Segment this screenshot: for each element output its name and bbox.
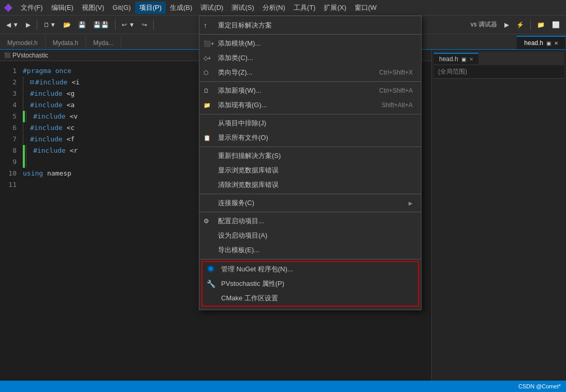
new-file-btn[interactable]: 🗋▼: [40, 20, 59, 30]
open-btn[interactable]: 📂: [60, 20, 74, 30]
retarget-icon: ↑: [204, 21, 207, 30]
attach-btn[interactable]: ⚡: [513, 20, 527, 30]
tab-myda[interactable]: Myda...: [86, 36, 121, 49]
configure-label: 配置启动项目...: [218, 216, 264, 226]
menu-add-module[interactable]: ⬛+ 添加模块(M)...: [199, 36, 421, 51]
add-module-label: 添加模块(M)...: [218, 39, 260, 48]
save-btn[interactable]: 💾: [75, 20, 89, 30]
tab-mymodel[interactable]: Mymodel.h: [0, 36, 46, 49]
save-all-btn[interactable]: 💾💾: [90, 20, 112, 30]
add-existing-label: 添加现有项(G)...: [218, 100, 267, 110]
menu-debug[interactable]: 调试(D): [196, 2, 227, 14]
add-new-label: 添加新项(W)...: [218, 86, 262, 95]
menu-test[interactable]: 测试(S): [227, 2, 258, 14]
menu-rescan[interactable]: 重新扫描解决方案(S): [199, 149, 421, 163]
cmake-label: CMake 工作区设置: [221, 294, 278, 303]
line-numbers: 1 2 3 4 5 6 7 8 9 10 11: [0, 61, 21, 381]
show-all-label: 显示所有文件(O): [218, 133, 268, 142]
tab-head-pin: ▣: [546, 40, 551, 46]
menu-bar: 文件(F) 编辑(E) 视图(V) Git(G) 项目(P) 生成(B) 调试(…: [0, 0, 566, 16]
menu-edit[interactable]: 编辑(E): [47, 2, 78, 14]
menu-view[interactable]: 视图(V): [78, 2, 108, 14]
menu-tools[interactable]: 工具(T): [289, 2, 320, 14]
rescan-label: 重新扫描解决方案(S): [218, 151, 281, 161]
menu-add-class[interactable]: ◇+ 添加类(C)...: [199, 51, 421, 65]
menu-add-new-item[interactable]: 🗋 添加新项(W)... Ctrl+Shift+A: [199, 83, 421, 98]
menu-window[interactable]: 窗口(W: [351, 2, 381, 14]
right-panel: head.h ▣ ✕ (全局范围): [431, 50, 566, 381]
menu-properties[interactable]: 🔧 PVstochastic 属性(P): [202, 277, 418, 291]
menu-class-wizard[interactable]: ⬡ 类向导(Z)... Ctrl+Shift+X: [199, 65, 421, 80]
add-new-icon: 🗋: [204, 88, 209, 94]
menu-clear-errors[interactable]: 清除浏览数据库错误: [199, 178, 421, 192]
menu-file[interactable]: 文件(F): [17, 2, 47, 14]
menu-cmake[interactable]: CMake 工作区设置: [202, 291, 418, 306]
project-icon: ⬛: [4, 52, 10, 58]
menu-build[interactable]: 生成(B): [166, 2, 196, 14]
configure-icon: ⚙: [204, 217, 209, 225]
redo-btn[interactable]: ↪: [139, 20, 150, 30]
connect-services-label: 连接服务(C): [218, 198, 254, 208]
menu-add-existing[interactable]: 📁 添加现有项(G)... Shift+Alt+A: [199, 98, 421, 112]
menu-analyze[interactable]: 分析(N): [258, 2, 289, 14]
class-wizard-shortcut: Ctrl+Shift+X: [379, 69, 413, 76]
tab-head-label: head.h: [524, 39, 543, 47]
back-btn[interactable]: ◀ ▼: [3, 20, 22, 30]
show-all-icon: 📋: [204, 135, 211, 141]
forward-btn[interactable]: ▶: [23, 20, 34, 30]
menu-exclude[interactable]: 从项目中排除(J): [199, 116, 421, 130]
toolbar-sep-2: [115, 20, 115, 30]
menu-configure-startup[interactable]: ⚙ 配置启动项目...: [199, 214, 421, 228]
properties-icon: 🔧: [207, 280, 215, 288]
menu-show-all[interactable]: 📋 显示所有文件(O): [199, 130, 421, 145]
menu-project[interactable]: 项目(P): [135, 2, 166, 14]
status-bar: CSDN @Comet*: [0, 381, 566, 392]
tab-mydata-label: Mydata.h: [53, 39, 78, 47]
menu-divider-5: [199, 194, 421, 194]
clear-errors-label: 清除浏览数据库错误: [218, 180, 279, 190]
toolbar-sep-4: [530, 20, 531, 30]
menu-extensions[interactable]: 扩展(X): [320, 2, 350, 14]
toolbar-sep-1: [37, 20, 37, 30]
scope-bar: (全局范围): [434, 65, 564, 79]
menu-set-startup[interactable]: 设为启动项目(A): [199, 228, 421, 243]
tab-mydata[interactable]: Mydata.h: [46, 36, 86, 49]
nuget-icon: [207, 265, 215, 274]
right-panel-pin-icon: ▣: [461, 56, 466, 62]
scope-label: (全局范围): [438, 68, 467, 75]
tab-head[interactable]: head.h ▣ ✕: [517, 36, 566, 49]
status-text: CSDN @Comet*: [518, 383, 561, 389]
right-panel-tabs: head.h ▣ ✕: [434, 52, 564, 65]
menu-highlight-group: 管理 NuGet 程序包(N)... 🔧 PVstochastic 属性(P) …: [201, 261, 419, 307]
menu-divider-6: [199, 212, 421, 212]
right-panel-tab-head[interactable]: head.h ▣ ✕: [434, 53, 478, 64]
menu-export-template[interactable]: 导出模板(E)...: [199, 243, 421, 257]
retarget-label: 重定目标解决方案: [218, 21, 272, 30]
folder-btn[interactable]: 📁: [534, 20, 548, 30]
add-class-label: 添加类(C)...: [218, 53, 253, 63]
properties-label: PVstochastic 属性(P): [221, 279, 284, 288]
debugger-label[interactable]: vs 调试器: [468, 19, 500, 31]
class-wizard-icon: ⬡: [204, 69, 209, 76]
undo-btn[interactable]: ↩ ▼: [119, 20, 138, 30]
class-wizard-label: 类向导(Z)...: [218, 68, 252, 77]
tab-myda-label: Myda...: [93, 39, 113, 47]
app-logo: [2, 2, 14, 14]
run-btn[interactable]: ▶: [501, 20, 512, 30]
right-panel-tab-label: head.h: [439, 55, 458, 63]
dropdown-menu: ↑ 重定目标解决方案 ⬛+ 添加模块(M)... ◇+ 添加类(C)... ⬡ …: [199, 16, 422, 310]
menu-connect-services[interactable]: 连接服务(C): [199, 196, 421, 210]
menu-divider-2: [199, 81, 421, 82]
add-class-icon: ◇+: [204, 55, 211, 62]
more-btn[interactable]: ⬜: [549, 20, 563, 30]
exclude-label: 从项目中排除(J): [218, 119, 266, 128]
project-name: PVstochastic: [12, 52, 48, 59]
right-panel-close-btn[interactable]: ✕: [469, 56, 473, 62]
toolbar-sep-3: [153, 20, 154, 30]
menu-git[interactable]: Git(G): [108, 2, 135, 13]
menu-divider-4: [199, 147, 421, 147]
menu-show-errors[interactable]: 显示浏览数据库错误: [199, 163, 421, 178]
menu-retarget[interactable]: ↑ 重定目标解决方案: [199, 18, 421, 33]
menu-nuget[interactable]: 管理 NuGet 程序包(N)...: [202, 262, 418, 277]
tab-head-close[interactable]: ✕: [554, 40, 558, 46]
